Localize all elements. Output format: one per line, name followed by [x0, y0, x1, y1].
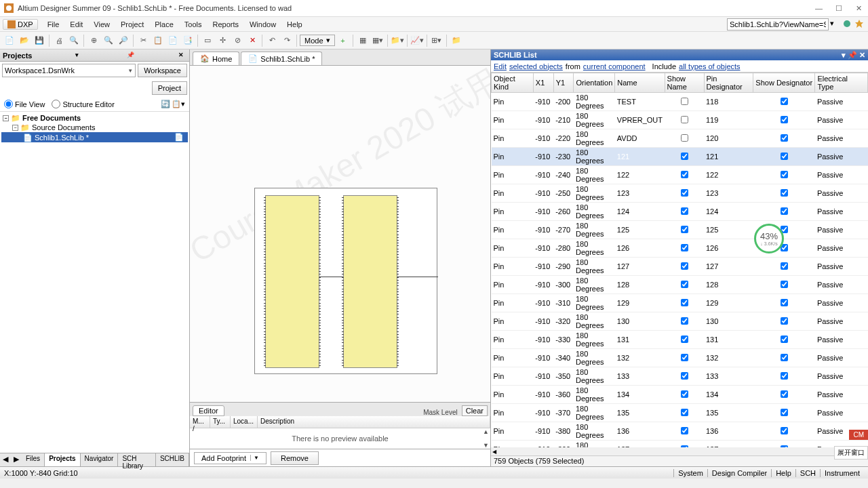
folder-icon[interactable]: 📁▾ [391, 34, 404, 47]
table-row[interactable]: Pin-910-240180 Degrees122122Passive [492, 166, 868, 184]
col-desc[interactable]: Description [258, 416, 490, 428]
expand-window[interactable]: 展开窗口 [834, 446, 868, 460]
minimize-button[interactable]: — [815, 4, 823, 12]
cancel-icon[interactable]: ✕ [245, 34, 259, 47]
table-row[interactable]: Pin-910-210180 DegreesVPRER_OUT119Passiv… [492, 111, 868, 129]
checkbox[interactable] [681, 152, 688, 160]
checkbox[interactable] [681, 116, 688, 123]
move-icon[interactable]: ✢ [216, 34, 229, 47]
checkbox[interactable] [681, 244, 688, 251]
workspace-combo[interactable]: Workspace1.DsnWrk▼ [2, 64, 136, 77]
menu-tools[interactable]: Tools [179, 19, 208, 30]
table-row[interactable]: Pin-910-260180 Degrees124124Passive [492, 203, 868, 221]
h-scrollbar[interactable]: ◀ [491, 447, 868, 455]
cut-icon[interactable]: ✂ [136, 34, 150, 47]
mode-dropdown[interactable]: Mode ▾ [300, 35, 335, 46]
sb-system[interactable]: System [673, 469, 707, 477]
table-row[interactable]: Pin-910-220180 DegreesAVDD120Passive [492, 129, 868, 148]
remove-button[interactable]: Remove [271, 451, 319, 465]
checkbox[interactable] [681, 336, 688, 343]
col-show-designator[interactable]: Show Designator [753, 73, 815, 93]
checkbox[interactable] [781, 427, 788, 434]
checkbox[interactable] [781, 171, 788, 178]
grid1-icon[interactable]: ▦ [356, 34, 370, 47]
table-row[interactable]: Pin-910-350180 Degrees133133Passive [492, 367, 868, 386]
sb-sch[interactable]: SCH [795, 469, 820, 477]
checkbox[interactable] [781, 299, 788, 306]
col-electrical-type[interactable]: Electrical Type [815, 73, 868, 93]
checkbox[interactable] [681, 226, 688, 233]
menu-file[interactable]: File [42, 19, 65, 30]
sb-design-compiler[interactable]: Design Compiler [707, 469, 771, 477]
col-loca[interactable]: Loca... [231, 416, 258, 428]
checkbox[interactable] [681, 262, 688, 270]
options-icon[interactable]: 📋▾ [172, 100, 185, 108]
checkbox[interactable] [781, 189, 788, 197]
checkbox[interactable] [781, 152, 788, 160]
checkbox[interactable] [681, 171, 688, 178]
tree-root[interactable]: −📁Free Documents [1, 113, 188, 123]
panel-dropdown-icon[interactable]: ▾ [75, 52, 83, 60]
tree-file[interactable]: 📄Schlib1.SchLib *📄 [1, 132, 188, 142]
tab-scroll-right[interactable]: ▶ [11, 453, 22, 466]
new-icon[interactable]: 📄 [3, 34, 16, 47]
table-row[interactable]: Pin-910-270180 Degrees125125Passive [492, 221, 868, 239]
sb-instrument[interactable]: Instrument [820, 469, 864, 477]
edit-link[interactable]: Edit [494, 62, 507, 70]
col-m[interactable]: M... / [190, 416, 210, 428]
checkbox[interactable] [781, 354, 788, 361]
add-part-icon[interactable]: + [336, 34, 350, 47]
print-icon[interactable]: 🖨 [52, 34, 66, 47]
checkbox[interactable] [781, 336, 788, 343]
checkbox[interactable] [781, 262, 788, 270]
tab-schlib[interactable]: SCHLIB [156, 453, 189, 466]
table-row[interactable]: Pin-910-390180 Degrees137137Passive [492, 441, 868, 448]
component-part-a[interactable] [265, 195, 319, 368]
path-input[interactable] [727, 18, 829, 30]
rubber-icon[interactable]: 📑 [181, 34, 195, 47]
nav-go-icon[interactable]: ▾ [830, 19, 841, 30]
structure-editor-radio[interactable]: Structure Editor [52, 100, 114, 108]
home-tab[interactable]: 🏠Home [193, 52, 239, 65]
table-row[interactable]: Pin-910-290180 Degrees127127Passive [492, 258, 868, 276]
add-footprint-button[interactable]: Add Footprint▼ [194, 452, 267, 464]
checkbox[interactable] [681, 207, 688, 215]
col-y1[interactable]: Y1 [553, 73, 574, 93]
checkbox[interactable] [781, 390, 788, 398]
checkbox[interactable] [681, 134, 688, 142]
chevron-down-icon[interactable]: ▼ [250, 455, 259, 461]
col-orientation[interactable]: Orientation [574, 73, 615, 93]
workspace-button[interactable]: Workspace [138, 64, 187, 77]
menu-reports[interactable]: Reports [207, 19, 244, 30]
table-row[interactable]: Pin-910-280180 Degrees126126Passive [492, 239, 868, 258]
checkbox[interactable] [681, 98, 688, 105]
table-row[interactable]: Pin-910-200180 DegreesTEST118Passive [492, 93, 868, 111]
checkbox[interactable] [681, 189, 688, 197]
dxp-button[interactable]: DXP [3, 19, 38, 30]
select-icon[interactable]: ▭ [201, 34, 214, 47]
clear-button[interactable]: Clear [462, 405, 488, 416]
save-icon[interactable]: 💾 [33, 34, 46, 47]
col-show-name[interactable]: Show Name [665, 73, 704, 93]
checkbox[interactable] [781, 134, 788, 142]
checkbox[interactable] [681, 427, 688, 434]
mask-level-link[interactable]: Mask Level [423, 409, 458, 416]
checkbox[interactable] [681, 354, 688, 361]
tab-navigator[interactable]: Navigator [81, 453, 119, 466]
open-icon[interactable]: 📂 [18, 34, 31, 47]
sb-help[interactable]: Help [771, 469, 795, 477]
menu-project[interactable]: Project [115, 19, 149, 30]
table-row[interactable]: Pin-910-230180 Degrees121121Passive [492, 148, 868, 166]
checkbox[interactable] [781, 207, 788, 215]
checkbox[interactable] [781, 116, 788, 123]
tab-sch-library[interactable]: SCH Library [118, 453, 155, 466]
col-ty[interactable]: Ty... [210, 416, 231, 428]
grid3-icon[interactable]: ⊞▾ [430, 34, 443, 47]
panel-close-icon[interactable]: ✕ [178, 52, 186, 60]
menu-view[interactable]: View [88, 19, 115, 30]
col-x1[interactable]: X1 [533, 73, 553, 93]
checkbox[interactable] [781, 317, 788, 325]
table-row[interactable]: Pin-910-310180 Degrees129129Passive [492, 294, 868, 312]
copy-icon[interactable]: 📋 [151, 34, 165, 47]
checkbox[interactable] [681, 281, 688, 288]
